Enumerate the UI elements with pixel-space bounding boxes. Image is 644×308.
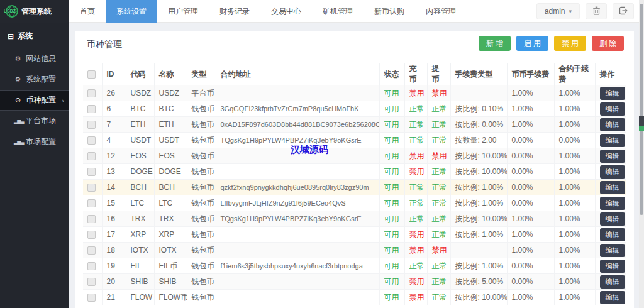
row-checkbox[interactable] <box>87 105 96 113</box>
cell-contract-fee: 1.00% <box>554 195 595 211</box>
sidebar-section-system[interactable]: ⊟ 系统 <box>0 23 69 48</box>
edit-button[interactable]: 编辑 <box>600 244 625 257</box>
header-cell: 操作 <box>595 63 626 85</box>
cell-type: 钱包币 <box>187 180 216 195</box>
edit-button[interactable]: 编辑 <box>600 228 625 241</box>
cell-fee-type: 按比例: 10.00% <box>450 164 507 180</box>
cell-fee-type: 按比例: 10.00% <box>450 290 507 305</box>
toolbar-button-3[interactable]: 禁用 <box>554 36 586 51</box>
row-checkbox[interactable] <box>87 199 96 207</box>
cell-fee-type: 按比例: 1.00% <box>450 180 507 195</box>
edit-button[interactable]: 编辑 <box>600 260 625 273</box>
nav-item-3[interactable]: 用户管理 <box>157 0 209 23</box>
cell-coin-fee: 0.00% <box>507 180 554 195</box>
trash-button[interactable] <box>586 3 607 19</box>
cell-deposit: 禁用 <box>404 164 427 180</box>
sidebar-item-4[interactable]: ▂▅▃平台市场 <box>0 111 69 131</box>
cell-action: 编辑 <box>595 101 626 117</box>
row-checkbox[interactable] <box>87 184 96 192</box>
scrollbar-thumb[interactable] <box>640 4 643 215</box>
sidebar-menu: ⚙网站信息⚙系统配置⊙币种配置›▂▅▃平台市场▂▅▃市场配置 <box>0 48 69 152</box>
row-checkbox[interactable] <box>87 231 96 239</box>
cell-fee-type: 按比例: 0.00% <box>450 117 507 133</box>
cell-status: 可用 <box>379 274 404 290</box>
cell-coin-fee: 1.00% <box>507 243 554 258</box>
target-icon: ⊙ <box>14 96 22 104</box>
page-title: 币种管理 <box>87 39 122 50</box>
sidebar: ⊟ 系统 ⚙网站信息⚙系统配置⊙币种配置›▂▅▃平台市场▂▅▃市场配置 <box>0 23 69 308</box>
edit-button[interactable]: 编辑 <box>600 150 625 163</box>
edit-button[interactable]: 编辑 <box>600 87 625 100</box>
cell-code: EOS <box>126 148 154 164</box>
row-checkbox[interactable] <box>87 246 96 255</box>
sidebar-item-2[interactable]: ⚙系统配置 <box>0 69 69 90</box>
cell-code: DOGE <box>126 164 154 180</box>
row-checkbox[interactable] <box>87 215 96 223</box>
logout-button[interactable] <box>613 3 634 19</box>
row-checkbox[interactable] <box>87 168 96 176</box>
cell-code: FIL <box>126 258 154 274</box>
edit-button[interactable]: 编辑 <box>600 212 625 226</box>
row-checkbox-cell <box>83 101 102 117</box>
app-logo: USDZ 管理系统 <box>0 0 69 23</box>
cell-withdraw: 正常 <box>427 164 450 180</box>
row-checkbox[interactable] <box>87 262 96 270</box>
cell-withdraw: 禁用 <box>427 243 450 258</box>
edit-button[interactable]: 编辑 <box>600 275 625 289</box>
nav-item-5[interactable]: 交易中心 <box>260 0 312 23</box>
row-checkbox[interactable] <box>87 152 96 160</box>
edit-button[interactable]: 编辑 <box>600 181 625 194</box>
cell-coin-fee: 0.00% <box>507 274 554 290</box>
row-checkbox[interactable] <box>87 136 96 145</box>
cell-type: 钱包币 <box>187 195 216 211</box>
cell-deposit: 正常 <box>404 101 427 117</box>
edit-button[interactable]: 编辑 <box>600 165 625 179</box>
row-checkbox[interactable] <box>87 89 96 97</box>
cell-name: ETH <box>154 117 187 133</box>
cell-name: FIL币 <box>154 258 187 274</box>
row-checkbox[interactable] <box>87 278 96 286</box>
cell-deposit: 正常 <box>404 258 427 274</box>
cell-name: LTC <box>154 195 187 211</box>
nav-item-8[interactable]: 内容管理 <box>415 0 467 23</box>
toolbar-button-1[interactable]: 新增 <box>479 36 511 51</box>
cell-contract <box>216 164 379 180</box>
select-all-checkbox[interactable] <box>87 70 96 79</box>
coin-table: ID代码名称类型合约地址状态充币提币手续费类型币币手续费合约手续费操作 26US… <box>83 63 626 305</box>
row-checkbox[interactable] <box>87 121 96 129</box>
admin-dropdown-button[interactable]: admin ▾ <box>536 3 580 19</box>
cell-type: 平台币 <box>187 85 216 101</box>
sidebar-item-3[interactable]: ⊙币种配置› <box>0 90 69 111</box>
edit-button[interactable]: 编辑 <box>600 291 625 304</box>
nav-item-1[interactable]: 首页 <box>69 0 106 23</box>
toolbar-button-4[interactable]: 删除 <box>592 36 624 51</box>
cell-action: 编辑 <box>595 148 626 164</box>
nav-item-2[interactable]: 系统设置 <box>106 0 157 23</box>
cell-fee-type <box>450 243 507 258</box>
cell-contract <box>216 227 379 243</box>
nav-item-7[interactable]: 新币认购 <box>364 0 415 23</box>
sidebar-item-5[interactable]: ▂▅▃市场配置 <box>0 131 69 152</box>
edit-button[interactable]: 编辑 <box>600 134 625 147</box>
nav-item-6[interactable]: 矿机管理 <box>312 0 364 23</box>
scrollbar-dark-marker <box>639 116 644 126</box>
edit-button[interactable]: 编辑 <box>600 118 625 131</box>
row-checkbox-cell <box>83 227 102 243</box>
cell-deposit: 禁用 <box>404 274 427 290</box>
cell-deposit: 正常 <box>404 133 427 148</box>
edit-button[interactable]: 编辑 <box>600 102 625 116</box>
cell-id: 14 <box>102 180 126 195</box>
edit-button[interactable]: 编辑 <box>600 197 625 210</box>
page-scrollbar[interactable] <box>639 0 644 308</box>
header-cell: 名称 <box>154 63 187 85</box>
sidebar-section-label: 系统 <box>18 31 33 41</box>
cell-id: 18 <box>102 243 126 258</box>
toolbar-button-2[interactable]: 启用 <box>516 36 548 51</box>
table-row: 6BTCBTC钱包币3GqGQEi23kfprbTvZrCm7mP8qu5cHM… <box>83 101 626 117</box>
sidebar-item-1[interactable]: ⚙网站信息 <box>0 48 69 69</box>
nav-item-4[interactable]: 财务记录 <box>209 0 260 23</box>
table-row: 4USDTUSDT钱包币TQgsKg1H9pPYLW4PBPZ7iKq3ebY9… <box>83 133 626 148</box>
row-checkbox[interactable] <box>87 294 96 302</box>
cell-fee-type: 按比例: 1.00% <box>450 258 507 274</box>
cell-coin-fee: 0.00% <box>507 258 554 274</box>
